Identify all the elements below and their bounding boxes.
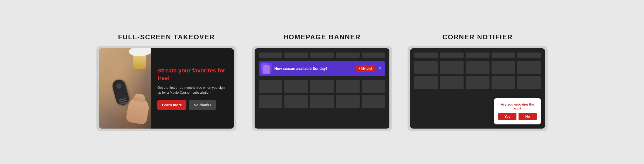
hpb-grid-item (310, 95, 334, 108)
hpb-nav-item-4 (336, 53, 360, 58)
cn-notifier-button-group: Yes No (498, 113, 537, 120)
cn-nav-item-2 (440, 53, 464, 58)
fst-image-content (99, 48, 151, 129)
hpb-nav-item-5 (362, 53, 385, 58)
cn-grid-item (492, 76, 515, 89)
hpb-grid-item (362, 80, 385, 93)
hpb-grid-item (336, 80, 360, 93)
hand-icon (125, 96, 150, 125)
cn-content-grid (414, 61, 541, 89)
cn-grid-item (440, 76, 464, 89)
hpb-nav-item-1 (259, 53, 282, 58)
cn-grid-item (517, 61, 541, 74)
fullscreen-takeover-card: Stream your favorites for free! Get the … (99, 48, 234, 129)
cn-grid-item (517, 76, 541, 89)
cn-nav-item-5 (517, 53, 541, 58)
popcorn-icon (133, 54, 146, 69)
hpb-nav-item-3 (310, 53, 334, 58)
homepage-banner-card: New season available Sunday! + My List ✕ (255, 48, 389, 129)
cn-grid-item (466, 76, 489, 89)
cn-nav-item-3 (466, 53, 489, 58)
fst-content-area: Stream your favorites for free! Get the … (151, 48, 234, 129)
corner-notifier-popup: Are you enjoying the app? Yes No (494, 98, 541, 124)
cn-grid-item (492, 61, 515, 74)
hpb-grid-item (284, 95, 308, 108)
hpb-avatar (261, 63, 272, 74)
corner-notifier-wrapper: Are you enjoying the app? Yes No (408, 46, 548, 131)
cn-nav-item-4 (492, 53, 515, 58)
cn-grid-item (440, 61, 464, 74)
remote-icon (111, 78, 130, 107)
fst-headline: Stream your favorites for free! (157, 67, 227, 82)
cn-notifier-message: Are you enjoying the app? (498, 102, 537, 110)
hpb-grid-item (284, 80, 308, 93)
homepage-banner-section: HOMEPAGE BANNER New season available Sun… (252, 33, 392, 131)
corner-notifier-title: CORNER NOTIFIER (442, 33, 513, 41)
homepage-banner-title: HOMEPAGE BANNER (283, 33, 361, 41)
hpb-content-grid (259, 80, 385, 108)
homepage-banner-wrapper: New season available Sunday! + My List ✕ (252, 46, 392, 131)
hpb-grid-item (336, 95, 360, 108)
cn-grid-item (466, 61, 489, 74)
hpb-grid-item (362, 95, 385, 108)
hpb-grid-item (259, 95, 282, 108)
fullscreen-takeover-wrapper: Stream your favorites for free! Get the … (96, 46, 236, 131)
hpb-notification-banner: New season available Sunday! + My List ✕ (259, 61, 385, 76)
learn-more-button[interactable]: Learn more (157, 100, 186, 110)
hpb-banner-message: New season available Sunday! (274, 66, 353, 71)
hpb-grid-item (310, 80, 334, 93)
fullscreen-takeover-title: FULL-SCREEN TAKEOVER (118, 33, 215, 41)
fst-hero-image (99, 48, 151, 129)
cn-nav-item-1 (414, 53, 438, 58)
fst-body-text: Get the first three months free when you… (157, 85, 227, 95)
cn-nav-bar (414, 53, 541, 58)
corner-notifier-section: CORNER NOTIFIER (408, 33, 548, 131)
hpb-mylist-button[interactable]: + My List (356, 65, 375, 72)
cn-grid-item (414, 76, 438, 89)
hpb-nav-bar (259, 53, 385, 58)
hpb-grid-item (259, 80, 282, 93)
hpb-nav-item-2 (284, 53, 308, 58)
hpb-close-button[interactable]: ✕ (377, 66, 383, 71)
fst-button-group: Learn more No thanks (157, 100, 227, 110)
no-thanks-button[interactable]: No thanks (189, 100, 216, 110)
fullscreen-takeover-section: FULL-SCREEN TAKEOVER Stream your favorit… (96, 33, 236, 131)
cn-no-button[interactable]: No (519, 113, 537, 120)
cn-grid-item (414, 61, 438, 74)
corner-notifier-card: Are you enjoying the app? Yes No (410, 48, 545, 129)
cn-yes-button[interactable]: Yes (498, 113, 516, 120)
